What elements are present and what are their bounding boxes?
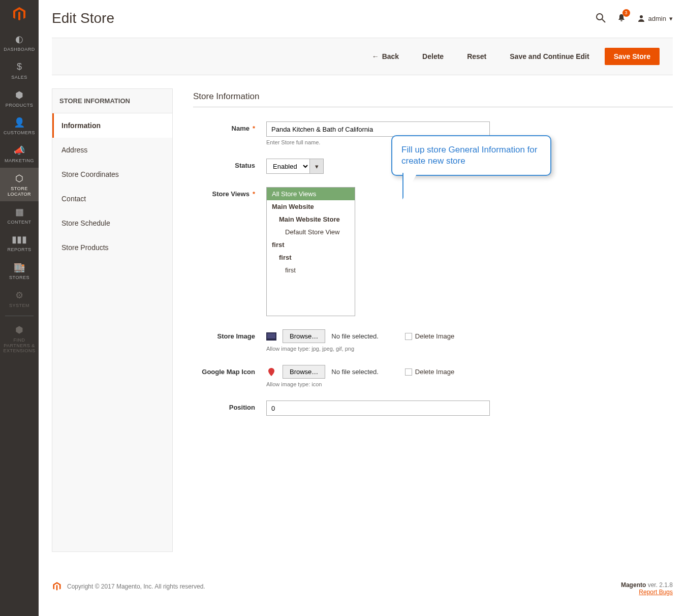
copyright: Copyright © 2017 Magento, Inc. All right… — [67, 583, 205, 590]
name-input[interactable] — [266, 121, 490, 137]
tab-products[interactable]: Store Products — [52, 235, 172, 260]
nav-separator — [5, 316, 34, 316]
notifications-button[interactable]: 3 — [617, 13, 626, 24]
search-icon — [596, 13, 606, 23]
ms-default-view[interactable]: Default Store View — [267, 226, 355, 238]
map-icon-hint: Allow image type: icon — [266, 381, 490, 387]
tab-schedule[interactable]: Store Schedule — [52, 211, 172, 235]
tabs-panel: STORE INFORMATION Information Address St… — [52, 88, 173, 552]
tab-contact[interactable]: Contact — [52, 187, 172, 211]
layout-icon: ▦ — [15, 206, 24, 218]
user-menu[interactable]: admin ▾ — [637, 14, 673, 22]
store-image-status: No file selected. — [331, 332, 379, 340]
delete-map-icon-checkbox[interactable] — [405, 368, 412, 376]
cube-icon: ⬢ — [15, 324, 23, 335]
store-views-multiselect[interactable]: All Store Views Main Website Main Websit… — [266, 187, 355, 316]
nav-reports[interactable]: ▮▮▮REPORTS — [0, 229, 39, 257]
save-button[interactable]: Save Store — [605, 48, 660, 65]
store-views-label: Store Views — [193, 187, 266, 198]
action-toolbar: ←Back Delete Reset Save and Continue Edi… — [52, 38, 673, 75]
map-icon-status: No file selected. — [331, 368, 379, 376]
map-pin-icon — [266, 367, 276, 377]
nav-dashboard[interactable]: ◐DASHBOARD — [0, 28, 39, 56]
form-area: Store Information Name Enter Store full … — [193, 88, 673, 552]
reset-button[interactable]: Reset — [459, 48, 494, 65]
delete-button[interactable]: Delete — [414, 48, 452, 65]
notification-badge: 3 — [622, 9, 630, 17]
caret-down-icon: ▾ — [315, 163, 319, 170]
gauge-icon: ◐ — [15, 34, 23, 45]
ms-first-view[interactable]: first — [267, 264, 355, 276]
nav-system[interactable]: ⚙SYSTEM — [0, 285, 39, 313]
cube-icon: ⬡ — [15, 173, 23, 184]
help-callout: Fill up store General Information for cr… — [391, 135, 551, 176]
nav-customers[interactable]: 👤CUSTOMERS — [0, 112, 39, 140]
form-section-title: Store Information — [193, 91, 673, 107]
search-button[interactable] — [596, 13, 606, 24]
arrow-left-icon: ← — [372, 52, 379, 60]
ms-all-views[interactable]: All Store Views — [267, 188, 355, 200]
nav-find-partners[interactable]: ⬢FIND PARTNERS & EXTENSIONS — [0, 319, 39, 358]
back-button[interactable]: ←Back — [364, 48, 407, 65]
store-image-browse[interactable]: Browse… — [283, 329, 325, 343]
page-footer: Copyright © 2017 Magento, Inc. All right… — [39, 565, 686, 616]
store-image-label: Store Image — [193, 329, 266, 340]
ms-first-store[interactable]: first — [267, 251, 355, 264]
nav-store-locator[interactable]: ⬡STORE LOCATOR — [0, 168, 39, 201]
username: admin — [648, 15, 666, 22]
tab-information[interactable]: Information — [52, 113, 172, 138]
map-icon-browse[interactable]: Browse… — [283, 365, 325, 379]
dollar-icon: $ — [17, 61, 22, 73]
nav-marketing[interactable]: 📣MARKETING — [0, 140, 39, 168]
page-title: Edit Store — [52, 10, 114, 26]
user-icon — [637, 14, 645, 22]
nav-stores[interactable]: 🏬STORES — [0, 257, 39, 285]
svg-point-0 — [597, 14, 603, 20]
report-bugs-link[interactable]: Report Bugs — [639, 589, 673, 596]
nav-products[interactable]: ⬢PRODUCTS — [0, 84, 39, 112]
admin-sidebar: ◐DASHBOARD $SALES ⬢PRODUCTS 👤CUSTOMERS 📣… — [0, 0, 39, 616]
tab-coordinates[interactable]: Store Coordinates — [52, 162, 172, 187]
nav-content[interactable]: ▦CONTENT — [0, 201, 39, 229]
ms-main-website[interactable]: Main Website — [267, 200, 355, 213]
position-label: Position — [193, 401, 266, 411]
footer-version: ver. 2.1.8 — [646, 581, 673, 589]
store-image-hint: Allow image type: jpg, jpeg, gif, png — [266, 346, 490, 352]
position-input[interactable] — [266, 401, 490, 416]
svg-rect-3 — [267, 333, 275, 338]
magento-logo[interactable] — [0, 0, 39, 28]
cube-icon: ⬢ — [15, 89, 23, 101]
map-icon-label: Google Map Icon — [193, 365, 266, 376]
bars-icon: ▮▮▮ — [12, 234, 27, 245]
status-dropdown-toggle[interactable]: ▾ — [309, 159, 324, 174]
footer-brand: Magento — [621, 581, 646, 589]
name-label: Name — [193, 121, 266, 132]
gear-icon: ⚙ — [15, 290, 23, 301]
storefront-icon: 🏬 — [14, 262, 25, 273]
tabs-title: STORE INFORMATION — [52, 89, 172, 113]
tab-address[interactable]: Address — [52, 138, 172, 162]
save-continue-button[interactable]: Save and Continue Edit — [502, 48, 597, 65]
delete-store-image-checkbox[interactable] — [405, 333, 412, 340]
nav-sales[interactable]: $SALES — [0, 56, 39, 84]
ms-first-site[interactable]: first — [267, 238, 355, 251]
magento-logo-icon — [52, 581, 62, 592]
caret-down-icon: ▾ — [669, 15, 673, 22]
status-label: Status — [193, 159, 266, 169]
image-thumbnail — [266, 331, 276, 342]
status-select[interactable]: Enabled — [266, 159, 309, 174]
svg-line-1 — [602, 19, 605, 22]
ms-main-store[interactable]: Main Website Store — [267, 213, 355, 226]
megaphone-icon: 📣 — [14, 145, 25, 156]
person-icon: 👤 — [14, 117, 25, 128]
